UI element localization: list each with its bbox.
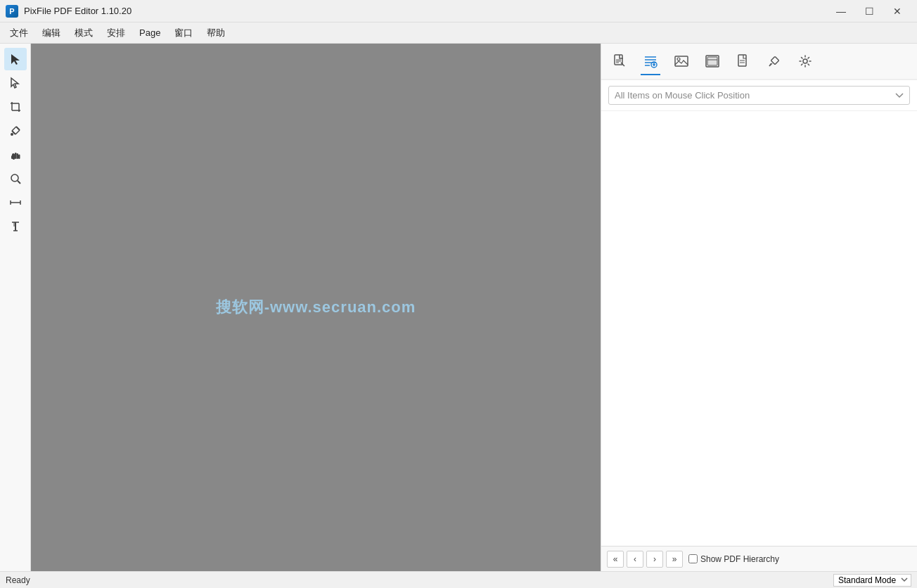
show-hierarchy-container: Show PDF Hierarchy (688, 554, 779, 564)
zoom-tool-button[interactable] (4, 167, 27, 190)
svg-rect-16 (12, 153, 15, 157)
tab-image2-button[interactable] (700, 49, 725, 74)
svg-point-38 (677, 58, 680, 60)
menu-help[interactable]: 帮助 (200, 24, 232, 42)
measure-tool-button[interactable] (4, 191, 27, 214)
right-panel: All Items on Mouse Click Position « ‹ › … (601, 44, 917, 571)
window-controls: — ☐ ✕ (827, 0, 911, 23)
title-bar-left: PixFile PDF Editor 1.10.20 (6, 5, 132, 18)
maximize-button[interactable]: ☐ (855, 0, 883, 23)
svg-point-48 (803, 59, 807, 63)
svg-line-18 (18, 181, 20, 184)
menu-arrange[interactable]: 安排 (100, 24, 132, 42)
svg-rect-14 (18, 155, 20, 160)
svg-rect-40 (707, 57, 717, 65)
status-text: Ready (6, 575, 30, 585)
svg-marker-0 (11, 54, 20, 65)
tab-settings-button[interactable] (793, 49, 818, 74)
svg-rect-12 (15, 153, 17, 159)
select-tool-button[interactable] (4, 48, 27, 70)
left-toolbar (0, 44, 31, 571)
nav-last-button[interactable]: » (666, 551, 683, 568)
right-content-area (601, 111, 917, 546)
right-bottom-bar: « ‹ › » Show PDF Hierarchy (601, 546, 917, 571)
eyedropper-tool-button[interactable] (4, 120, 27, 142)
tab-page-button[interactable] (731, 49, 756, 74)
svg-point-10 (11, 133, 13, 136)
title-text: PixFile PDF Editor 1.10.20 (24, 6, 132, 16)
app-icon (6, 5, 18, 18)
svg-rect-46 (771, 56, 778, 64)
svg-line-9 (15, 130, 20, 134)
svg-marker-1 (11, 78, 18, 88)
status-bar: Ready Standard Mode (0, 571, 917, 588)
minimize-button[interactable]: — (827, 0, 855, 23)
watermark: 搜软网-www.secruan.com (216, 297, 416, 318)
pointer-tool-button[interactable] (4, 72, 27, 94)
svg-line-8 (12, 127, 16, 131)
show-hierarchy-label: Show PDF Hierarchy (700, 554, 779, 564)
tab-layers-button[interactable] (638, 49, 663, 74)
svg-rect-13 (16, 153, 18, 159)
hand-tool-button[interactable] (4, 143, 27, 166)
crop-tool-button[interactable] (4, 96, 27, 118)
tab-edit-button[interactable] (762, 49, 787, 74)
item-dropdown[interactable]: All Items on Mouse Click Position (608, 86, 910, 105)
nav-first-button[interactable]: « (607, 551, 624, 568)
title-bar: PixFile PDF Editor 1.10.20 — ☐ ✕ (0, 0, 917, 23)
nav-prev-button[interactable]: ‹ (627, 551, 643, 568)
dropdown-container: All Items on Mouse Click Position (601, 80, 917, 111)
nav-next-button[interactable]: › (646, 551, 663, 568)
svg-point-17 (11, 174, 18, 181)
main-layout: 搜软网-www.secruan.com (0, 44, 917, 571)
menu-edit[interactable]: 编辑 (35, 24, 68, 42)
svg-line-6 (16, 127, 20, 130)
svg-rect-37 (675, 56, 688, 66)
menu-mode[interactable]: 模式 (68, 24, 100, 42)
close-button[interactable]: ✕ (883, 0, 911, 23)
tab-file-button[interactable] (607, 49, 632, 74)
show-hierarchy-checkbox[interactable] (688, 554, 698, 563)
menu-page[interactable]: Page (132, 25, 167, 41)
menu-file[interactable]: 文件 (3, 24, 35, 42)
canvas-area: 搜软网-www.secruan.com (31, 44, 601, 571)
menu-bar: 文件 编辑 模式 安排 Page 窗口 帮助 (0, 23, 917, 44)
tab-image-button[interactable] (669, 49, 694, 74)
right-toolbar-tabs (601, 44, 917, 80)
mode-dropdown[interactable]: Standard Mode (833, 574, 911, 587)
text-tool-button[interactable] (4, 215, 27, 238)
menu-window[interactable]: 窗口 (167, 24, 200, 42)
status-mode: Standard Mode (833, 574, 911, 587)
